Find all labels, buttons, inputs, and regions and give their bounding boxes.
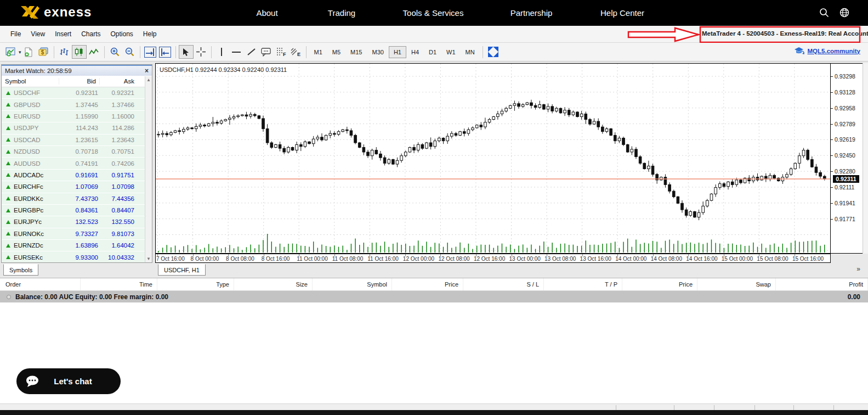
symbols-tab[interactable]: Symbols [3, 264, 38, 276]
crosshair-button[interactable] [194, 45, 208, 59]
time-axis-label: 13 Oct 16:00 [580, 256, 611, 262]
balance-row[interactable]: Balance: 0.00 AUC Equity: 0.00 Free marg… [0, 291, 868, 302]
column-ask[interactable]: Ask [99, 78, 138, 85]
menu-file[interactable]: File [5, 28, 26, 40]
terminal-column-price[interactable]: Price [392, 278, 463, 290]
auto-scroll-button[interactable] [143, 45, 158, 59]
timeframe-w1[interactable]: W1 [441, 46, 461, 58]
symbols-button[interactable]: $ [36, 45, 51, 59]
market-watch-row-eurgbpc[interactable]: EURGBPc0.843610.84407 [2, 205, 145, 216]
market-watch-row-nzdusd[interactable]: NZDUSD0.707180.70751 [2, 146, 145, 158]
new-order-button[interactable] [21, 45, 36, 59]
site-nav-about[interactable]: About [256, 8, 277, 18]
up-arrow-icon [6, 126, 10, 130]
tab-overflow-icon[interactable]: » [856, 265, 860, 273]
time-axis[interactable]: 7 Oct 16:008 Oct 00:008 Oct 08:008 Oct 1… [155, 254, 831, 263]
menu-view[interactable]: View [26, 28, 50, 40]
horizontal-line-button[interactable] [229, 45, 244, 59]
exness-logo[interactable]: exness [21, 4, 92, 20]
candlestick-chart-button[interactable] [72, 45, 87, 59]
zoom-out-button[interactable] [122, 45, 137, 59]
equidistant-channel-button[interactable]: E [288, 45, 303, 59]
terminal-column-price[interactable]: Price [622, 278, 697, 290]
terminal-column-size[interactable]: Size [234, 278, 313, 290]
vertical-line-icon [218, 47, 225, 57]
chart-tab[interactable]: USDCHF, H1 [158, 264, 206, 276]
terminal-column-symbol[interactable]: Symbol [313, 278, 392, 290]
time-axis-tick [724, 254, 724, 256]
timeframe-m30[interactable]: M30 [367, 46, 389, 58]
terminal-column-type[interactable]: Type [157, 278, 234, 290]
timeframe-m1[interactable]: M1 [309, 46, 327, 58]
site-nav-help-center[interactable]: Help Center [600, 8, 644, 18]
market-watch-row-eurchfc[interactable]: EURCHFc1.070691.07098 [2, 181, 145, 193]
terminal-column-sl[interactable]: S / L [463, 278, 544, 290]
line-chart-button[interactable] [87, 45, 101, 59]
new-chart-button[interactable] [3, 45, 18, 59]
market-watch-row-eurusd[interactable]: EURUSD1.159901.16000 [2, 111, 145, 122]
cursor-button[interactable] [179, 45, 194, 59]
price-axis-label: 0.91771 [835, 216, 855, 222]
auto-scroll-icon [144, 47, 156, 58]
market-watch-row-eurjpyc[interactable]: EURJPYc132.523132.550 [2, 216, 145, 228]
market-watch-row-audcadc[interactable]: AUDCADc0.916910.91751 [2, 170, 145, 181]
chart-plot-area[interactable]: USDCHF,H1 0.92244 0.92334 0.92240 0.9231… [155, 63, 831, 254]
timeframe-h1[interactable]: H1 [389, 46, 406, 58]
market-watch-row-eursekc[interactable]: EURSEKc9.9330010.04332 [2, 251, 145, 262]
market-watch-row-gbpusd[interactable]: GBPUSD1.374451.37466 [2, 99, 145, 110]
timeframe-m15[interactable]: M15 [345, 46, 367, 58]
fullscreen-button[interactable] [486, 45, 501, 59]
timeframe-h4[interactable]: H4 [406, 46, 424, 58]
site-nav-partnership[interactable]: Partnership [510, 8, 553, 18]
menu-help[interactable]: Help [138, 28, 162, 40]
market-watch-row-eurnokc[interactable]: EURNOKc9.733279.81073 [2, 228, 145, 240]
scroll-up-icon[interactable]: ▲ [146, 77, 151, 82]
collapse-dot-icon[interactable] [7, 295, 11, 299]
menu-charts[interactable]: Charts [76, 28, 105, 40]
market-watch-scrollbar[interactable]: ▲ ▼ [145, 76, 152, 262]
terminal-column-order[interactable]: Order [0, 278, 81, 290]
globe-icon[interactable] [839, 7, 850, 18]
market-watch-row-usdchf[interactable]: USDCHF0.923110.92321 [2, 87, 145, 99]
chart-shift-button[interactable] [158, 45, 173, 59]
up-arrow-icon [6, 232, 10, 235]
site-nav-trading[interactable]: Trading [328, 8, 355, 18]
price-axis[interactable]: 0.92311 0.932980.931280.929580.927890.92… [831, 63, 863, 254]
market-watch-row-usdcad[interactable]: USDCAD1.236151.23643 [2, 134, 145, 146]
menu-insert[interactable]: Insert [50, 28, 76, 40]
text-label-button[interactable] [259, 45, 274, 59]
trendline-button[interactable] [244, 45, 259, 59]
timeframe-mn[interactable]: MN [461, 46, 480, 58]
time-axis-label: 8 Oct 08:00 [226, 256, 254, 262]
site-nav-tools-services[interactable]: Tools & Services [403, 8, 464, 18]
market-watch-row-usdjpy[interactable]: USDJPY114.243114.286 [2, 122, 145, 134]
market-watch-row-audusd[interactable]: AUDUSD0.741910.74206 [2, 158, 145, 169]
market-watch-row-eurnzdc[interactable]: EURNZDc1.638961.64042 [2, 240, 145, 251]
market-watch-close-icon[interactable]: × [145, 67, 149, 75]
timeframe-m5[interactable]: M5 [327, 46, 345, 58]
column-symbol[interactable]: Symbol [2, 78, 59, 85]
bar-chart-button[interactable] [57, 45, 72, 59]
terminal-column-swap[interactable]: Swap [697, 278, 776, 290]
time-axis-tick [653, 254, 654, 256]
menu-options[interactable]: Options [106, 28, 138, 40]
fibonacci-button[interactable]: F [274, 45, 288, 59]
chat-button[interactable]: Let's chat [16, 368, 121, 394]
timeframe-d1[interactable]: D1 [424, 46, 441, 58]
terminal-column-profit[interactable]: Profit [776, 278, 868, 290]
bid-value: 0.84361 [61, 207, 101, 214]
terminal-column-tp[interactable]: T / P [544, 278, 622, 290]
market-watch-row-eurdkkc[interactable]: EURDKKc7.437307.44356 [2, 193, 145, 205]
mql5-community-link[interactable]: MQL5.community [808, 48, 860, 54]
terminal-column-time[interactable]: Time [81, 278, 157, 290]
column-bid[interactable]: Bid [59, 78, 99, 85]
symbol-name: AUDUSD [14, 160, 61, 167]
scroll-down-icon[interactable]: ▼ [146, 256, 151, 261]
symbol-name: EURNZDc [14, 242, 61, 249]
price-axis-label: 0.91941 [835, 200, 855, 206]
chart-right-scroll-strip[interactable] [863, 63, 868, 254]
zoom-in-button[interactable] [107, 45, 122, 59]
vertical-line-button[interactable] [214, 45, 229, 59]
search-icon[interactable] [819, 7, 830, 18]
bottom-black-bar [0, 410, 868, 415]
